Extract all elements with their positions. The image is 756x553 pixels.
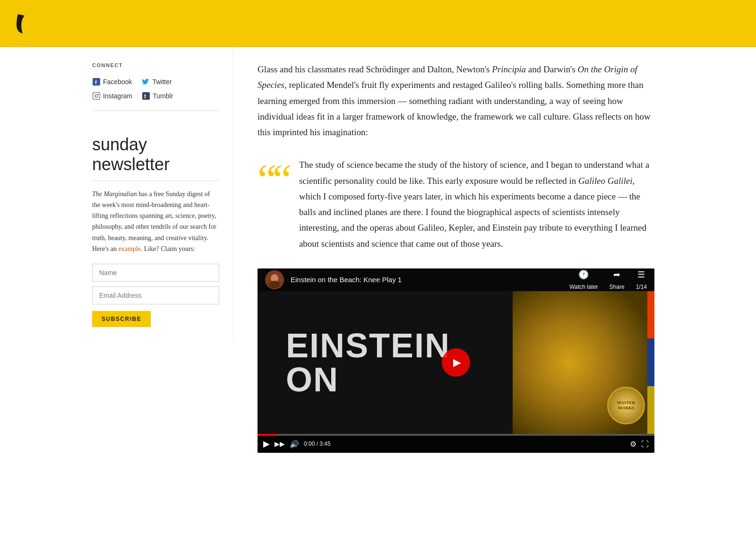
instagram-icon (92, 92, 101, 100)
einstein-text-line2: ON (286, 363, 450, 397)
quote-marks-icon: ““ (258, 162, 288, 198)
video-text-overlay: EINSTEIN ON (286, 328, 450, 397)
video-main-area: MASTERWORKS EINSTEIN ON ▶ (258, 291, 654, 434)
facebook-icon: f (92, 78, 101, 86)
blockquote-text: The study of science became the study of… (299, 157, 654, 251)
video-bottom-controls: ▶ ▶▶ 🔊 0:00 / 3:45 ⚙ ⛶ (258, 436, 654, 453)
clock-icon: 🕐 (578, 268, 589, 282)
instagram-link[interactable]: Instagram (92, 91, 132, 101)
menu-button[interactable]: ☰ 1/14 (636, 268, 647, 292)
video-medal-bg: MASTERWORKS (513, 291, 654, 434)
newsletter-section: sunday newsletter The Marginalian has a … (92, 130, 219, 327)
newsletter-title: sunday newsletter (92, 135, 219, 181)
article-paragraph: Glass and his classmates read Schrödinge… (258, 61, 654, 140)
twitter-link[interactable]: Twitter (141, 77, 172, 87)
play-icon: ▶ (453, 354, 461, 371)
video-progress-fill (258, 434, 277, 436)
svg-rect-5 (142, 92, 150, 100)
stripe-red (647, 291, 654, 339)
video-controls-right: 🕐 Watch later ➦ Share ☰ 1/14 (569, 268, 647, 292)
share-icon: ➦ (613, 268, 620, 282)
svg-rect-2 (93, 93, 100, 100)
next-button[interactable]: ▶▶ (275, 439, 285, 449)
connect-title: CONNECT (92, 61, 219, 70)
medal-circle: MASTERWORKS (607, 387, 645, 424)
video-title: Einstein on the Beach: Knee Play 1 (291, 274, 563, 285)
watch-later-button[interactable]: 🕐 Watch later (569, 268, 598, 292)
newsletter-description: The Marginalian has a free Sunday digest… (92, 189, 219, 254)
stripe-gold (647, 386, 654, 434)
fullscreen-button[interactable]: ⛶ (641, 438, 649, 450)
subscribe-button[interactable]: SUBSCRIBE (92, 311, 151, 327)
blockquote-container: ““ The study of science became the study… (258, 157, 654, 251)
page-layout: CONNECT f Facebook Twitter (78, 47, 678, 467)
svg-point-9 (269, 281, 280, 288)
social-links: f Facebook Twitter Instagram (92, 77, 219, 102)
newsletter-site-name: The Marginalian (92, 190, 137, 198)
video-top-bar: Einstein on the Beach: Knee Play 1 🕐 Wat… (258, 268, 654, 291)
example-link[interactable]: example (118, 245, 140, 252)
connect-section: CONNECT f Facebook Twitter (92, 61, 219, 111)
play-button-overlay[interactable]: ▶ (442, 348, 470, 377)
twitter-icon (141, 78, 150, 86)
svg-text:t: t (144, 93, 146, 100)
volume-button[interactable]: 🔊 (290, 438, 299, 450)
svg-point-4 (98, 94, 99, 95)
time-display: 0:00 / 3:45 (304, 440, 331, 449)
stripe-blue (647, 338, 654, 386)
tumblr-icon: t (142, 92, 150, 100)
menu-icon: ☰ (637, 268, 645, 282)
play-pause-button[interactable]: ▶ (263, 437, 270, 451)
top-banner (0, 0, 756, 47)
einstein-text-line1: EINSTEIN (286, 328, 450, 363)
site-logo[interactable] (14, 12, 33, 35)
video-channel-thumbnail (265, 270, 284, 289)
settings-button[interactable]: ⚙ (630, 438, 636, 450)
video-stripes (647, 291, 654, 434)
sidebar: CONNECT f Facebook Twitter (78, 47, 234, 341)
svg-point-3 (95, 95, 98, 97)
email-input[interactable] (92, 286, 219, 304)
tumblr-link[interactable]: t Tumblr (142, 91, 173, 101)
main-content: Glass and his classmates read Schrödinge… (234, 47, 678, 467)
name-input[interactable] (92, 264, 219, 282)
facebook-link[interactable]: f Facebook (92, 77, 132, 87)
video-container: Einstein on the Beach: Knee Play 1 🕐 Wat… (258, 268, 654, 453)
svg-text:f: f (95, 79, 97, 85)
share-button[interactable]: ➦ Share (610, 268, 625, 292)
video-progress-bar[interactable] (258, 434, 654, 436)
